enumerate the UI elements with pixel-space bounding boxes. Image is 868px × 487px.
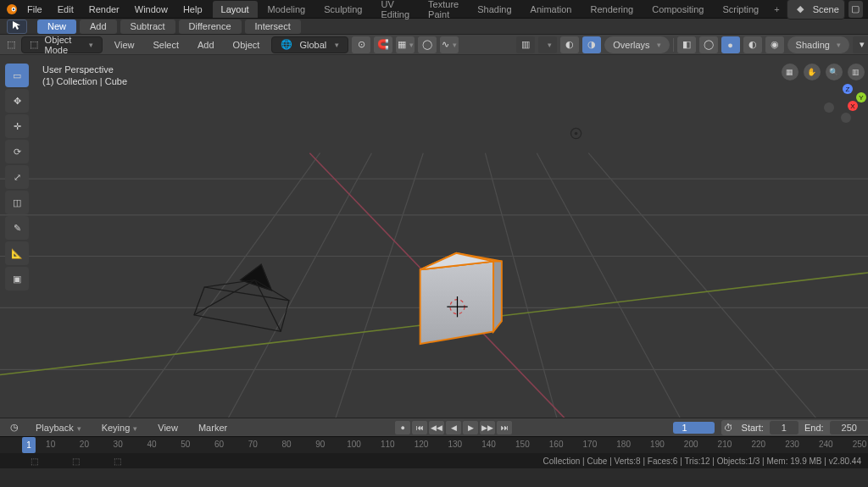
- shading-solid-button[interactable]: ●: [721, 36, 740, 53]
- workspace-tab-animation[interactable]: Animation: [522, 1, 581, 18]
- vh-add[interactable]: Add: [191, 37, 221, 53]
- shading-lookdev-button[interactable]: ◐: [743, 36, 762, 53]
- key-next-button[interactable]: ▶▶: [480, 421, 495, 434]
- scene-icon: ◆: [793, 2, 808, 17]
- axis-neg[interactable]: [841, 113, 851, 123]
- globe-icon: 🌐: [279, 37, 294, 53]
- end-label: End:: [799, 421, 829, 434]
- shading-wire-button[interactable]: ◯: [699, 36, 718, 53]
- frame-range: ⏱ Start: 1 End: 250: [721, 420, 868, 435]
- timeline-ruler[interactable]: 1 10203040506070809010011012013014015016…: [0, 436, 868, 453]
- cursor-tool-icon[interactable]: [7, 19, 27, 34]
- scene-browse-button[interactable]: ▢: [849, 1, 863, 18]
- 3d-viewport-canvas[interactable]: ▭ ✥ ✛ ⟳ ⤢ ◫ ✎ 📐 ▣ User Perspective (1) C…: [0, 55, 868, 418]
- tool-cursor[interactable]: ✥: [5, 89, 29, 113]
- shading-dropdown[interactable]: Shading: [787, 36, 849, 53]
- overlays-dropdown[interactable]: Overlays: [604, 36, 669, 53]
- op-new[interactable]: New: [37, 19, 76, 34]
- tl-playback-menu[interactable]: Playback: [29, 420, 88, 435]
- end-field[interactable]: 250: [830, 421, 868, 434]
- proportional-button[interactable]: ◯: [418, 36, 437, 53]
- vh-object[interactable]: Object: [226, 37, 267, 53]
- shading-rendered-button[interactable]: ◉: [765, 36, 784, 53]
- axis-neg2[interactable]: [824, 102, 834, 113]
- status-bar: ⬚⬚⬚ Collection | Cube | Verts:8 | Faces:…: [0, 453, 868, 468]
- workspace-tab-modeling[interactable]: Modeling: [259, 1, 314, 18]
- workspace-tab-rendering[interactable]: Rendering: [581, 1, 642, 18]
- gizmo-zoom-icon[interactable]: 🔍: [826, 64, 843, 80]
- jump-start-button[interactable]: ⏮: [412, 421, 427, 434]
- op-subtract[interactable]: Subtract: [120, 19, 175, 34]
- shading-options[interactable]: ▾: [853, 36, 868, 53]
- timeline-editor-icon[interactable]: ◷: [7, 420, 22, 435]
- visibility-button[interactable]: ▥: [516, 36, 535, 53]
- pivot-button[interactable]: ⊙: [352, 36, 370, 53]
- workspace-tab-sculpting[interactable]: Sculpting: [315, 1, 370, 18]
- start-field[interactable]: 1: [770, 421, 798, 434]
- add-workspace-button[interactable]: +: [769, 2, 784, 17]
- autokey-button[interactable]: ●: [395, 421, 410, 434]
- op-intersect[interactable]: Intersect: [245, 19, 301, 34]
- tl-keying-menu[interactable]: Keying: [95, 420, 145, 435]
- snap-button[interactable]: 🧲: [374, 36, 392, 53]
- menu-edit[interactable]: Edit: [51, 2, 81, 17]
- tl-view-menu[interactable]: View: [151, 420, 185, 435]
- tool-scale[interactable]: ⤢: [5, 165, 29, 189]
- menu-file[interactable]: File: [20, 2, 49, 17]
- workspace-tab-shading[interactable]: Shading: [469, 1, 520, 18]
- current-frame-field[interactable]: 1: [673, 422, 714, 434]
- snap-options[interactable]: ▦: [396, 36, 415, 53]
- workspace-tab-compositing[interactable]: Compositing: [643, 1, 712, 18]
- op-add[interactable]: Add: [80, 19, 117, 34]
- op-difference[interactable]: Difference: [179, 19, 242, 34]
- tool-measure[interactable]: 📐: [5, 241, 29, 265]
- tool-rotate[interactable]: ⟳: [5, 140, 29, 163]
- tool-transform[interactable]: ◫: [5, 191, 29, 214]
- menu-window[interactable]: Window: [128, 2, 175, 17]
- workspace-tab-uv[interactable]: UV Editing: [372, 0, 418, 23]
- gizmo-toggle[interactable]: ◐: [560, 36, 579, 53]
- viewport-header: ⬚ ⬚Object Mode View Select Add Object 🌐G…: [0, 35, 868, 55]
- axis-x[interactable]: X: [848, 101, 858, 111]
- timeline-tick: 90: [303, 437, 337, 453]
- workspace-tab-layout[interactable]: Layout: [213, 1, 258, 18]
- play-rev-button[interactable]: ◀: [446, 421, 461, 434]
- tool-move[interactable]: ✛: [5, 114, 29, 138]
- tool-select[interactable]: ▭: [5, 64, 29, 87]
- 3d-viewport-area: ⬚ ⬚Object Mode View Select Add Object 🌐G…: [0, 35, 868, 453]
- tool-annotate[interactable]: ✎: [5, 216, 29, 240]
- axis-z[interactable]: Z: [843, 84, 853, 94]
- key-prev-button[interactable]: ◀◀: [429, 421, 444, 434]
- svg-marker-28: [493, 262, 502, 332]
- visibility-options[interactable]: [538, 36, 557, 53]
- timeline-tick: 150: [505, 437, 539, 453]
- scene-field[interactable]: ◆ Scene: [787, 0, 845, 19]
- menu-help[interactable]: Help: [176, 2, 209, 17]
- svg-line-11: [309, 153, 423, 418]
- playback-controls: ● ⏮ ◀◀ ◀ ▶ ▶▶ ⏭: [395, 421, 512, 434]
- playhead[interactable]: 1: [22, 437, 36, 453]
- editor-type-icon[interactable]: ⬚: [5, 37, 16, 53]
- workspace-tab-texture[interactable]: Texture Paint: [420, 0, 467, 23]
- play-button[interactable]: ▶: [463, 421, 478, 434]
- nav-gizmo[interactable]: Z Y X: [822, 84, 865, 118]
- tl-marker-menu[interactable]: Marker: [192, 420, 234, 435]
- axis-y[interactable]: Y: [856, 92, 866, 102]
- gizmo-pan-icon[interactable]: ✋: [804, 64, 821, 80]
- workspace-tab-scripting[interactable]: Scripting: [714, 1, 767, 18]
- xray-button[interactable]: ◧: [677, 36, 696, 53]
- tool-extra[interactable]: ▣: [5, 267, 29, 291]
- overlay-toggle[interactable]: ◑: [582, 36, 601, 53]
- jump-end-button[interactable]: ⏭: [497, 421, 512, 434]
- range-icon[interactable]: ⏱: [721, 420, 737, 435]
- gizmo-ortho-icon[interactable]: ▥: [848, 64, 865, 80]
- orientation-dropdown[interactable]: 🌐Global: [271, 36, 348, 53]
- menu-render[interactable]: Render: [82, 2, 126, 17]
- timeline-tick: 160: [539, 437, 573, 453]
- vh-select[interactable]: Select: [146, 37, 186, 53]
- vh-view[interactable]: View: [108, 37, 142, 53]
- object-mode-dropdown[interactable]: ⬚Object Mode: [21, 36, 102, 53]
- gizmo-camera-icon[interactable]: ▦: [782, 64, 798, 80]
- proportional-options[interactable]: ∿: [440, 36, 459, 53]
- status-stats: Collection | Cube | Verts:8 | Faces:6 | …: [542, 457, 861, 466]
